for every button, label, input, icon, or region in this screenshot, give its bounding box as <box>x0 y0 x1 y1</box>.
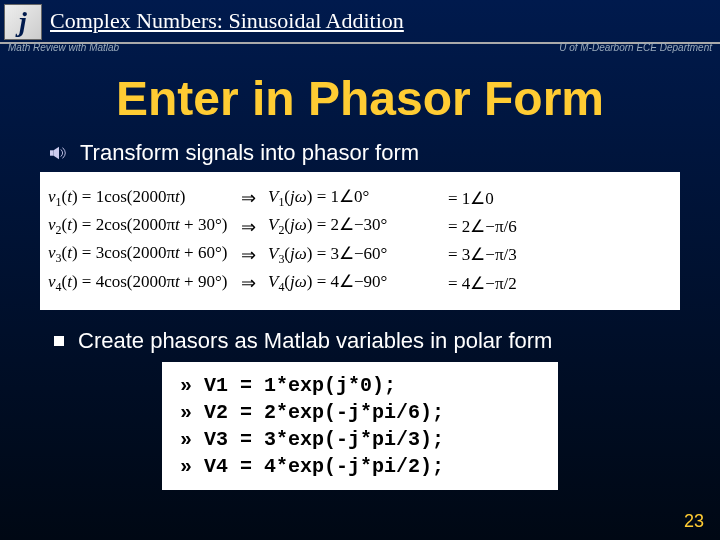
math-mid: V4(jω) = 4∠−90° <box>268 271 448 295</box>
math-row: v2(t) = 2cos(2000πt + 30°) ⇒ V2(jω) = 2∠… <box>48 214 672 238</box>
svg-marker-1 <box>54 147 59 160</box>
subheader: Math Review with Matlab U of M-Dearborn … <box>0 42 720 53</box>
math-row: v4(t) = 4cos(2000πt + 90°) ⇒ V4(jω) = 4∠… <box>48 271 672 295</box>
bullet-1-text: Transform signals into phasor form <box>80 140 419 166</box>
implies-icon: ⇒ <box>228 244 268 266</box>
math-lhs: v4(t) = 4cos(2000πt + 90°) <box>48 272 228 295</box>
svg-rect-0 <box>50 150 54 155</box>
header-bar: j Complex Numbers: Sinusoidal Addition <box>0 0 720 40</box>
code-line: » V3 = 3*exp(-j*pi/3); <box>180 426 540 453</box>
code-line: » V1 = 1*exp(j*0); <box>180 372 540 399</box>
implies-icon: ⇒ <box>228 216 268 238</box>
square-bullet-icon <box>54 336 64 346</box>
page-number: 23 <box>684 511 704 532</box>
math-rhs: = 3∠−π/3 <box>448 244 672 265</box>
bullet-2-text: Create phasors as Matlab variables in po… <box>78 328 552 354</box>
math-row: v1(t) = 1cos(2000πt) ⇒ V1(jω) = 1∠0° = 1… <box>48 186 672 210</box>
math-lhs: v2(t) = 2cos(2000πt + 30°) <box>48 215 228 238</box>
speaker-icon <box>50 145 68 161</box>
math-rhs: = 2∠−π/6 <box>448 216 672 237</box>
math-lhs: v3(t) = 3cos(2000πt + 60°) <box>48 243 228 266</box>
math-rhs: = 4∠−π/2 <box>448 273 672 294</box>
subtitle-right: U of M-Dearborn ECE Department <box>559 42 712 53</box>
math-mid: V3(jω) = 3∠−60° <box>268 243 448 267</box>
math-mid: V2(jω) = 2∠−30° <box>268 214 448 238</box>
math-equations: v1(t) = 1cos(2000πt) ⇒ V1(jω) = 1∠0° = 1… <box>40 172 680 310</box>
code-block: » V1 = 1*exp(j*0); » V2 = 2*exp(-j*pi/6)… <box>162 362 558 490</box>
breadcrumb: Complex Numbers: Sinusoidal Addition <box>50 4 404 34</box>
math-rhs: = 1∠0 <box>448 188 672 209</box>
math-mid: V1(jω) = 1∠0° <box>268 186 448 210</box>
j-icon-letter: j <box>19 6 27 38</box>
bullet-1: Transform signals into phasor form <box>50 140 720 166</box>
math-row: v3(t) = 3cos(2000πt + 60°) ⇒ V3(jω) = 3∠… <box>48 243 672 267</box>
page-title: Enter in Phasor Form <box>0 71 720 126</box>
j-icon: j <box>4 4 42 40</box>
implies-icon: ⇒ <box>228 272 268 294</box>
implies-icon: ⇒ <box>228 187 268 209</box>
math-lhs: v1(t) = 1cos(2000πt) <box>48 187 228 210</box>
code-line: » V4 = 4*exp(-j*pi/2); <box>180 453 540 480</box>
code-line: » V2 = 2*exp(-j*pi/6); <box>180 399 540 426</box>
bullet-2: Create phasors as Matlab variables in po… <box>50 328 720 354</box>
subtitle-left: Math Review with Matlab <box>8 42 119 53</box>
